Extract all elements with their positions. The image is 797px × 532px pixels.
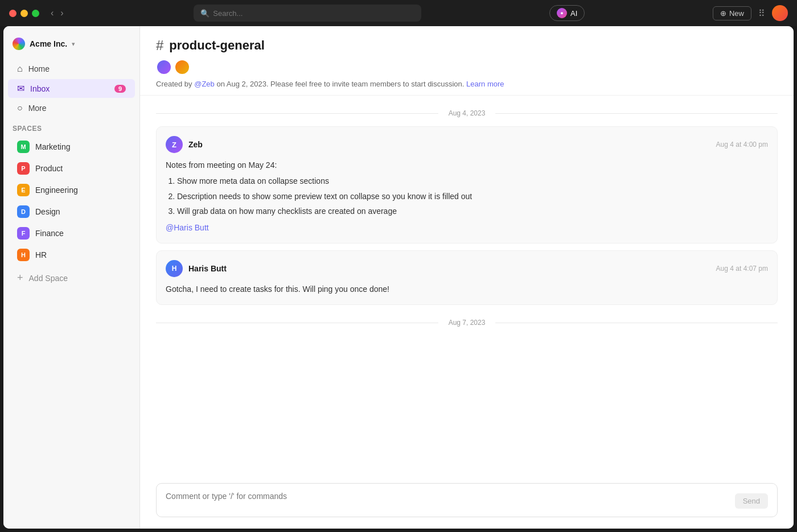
avatar-zeb: Z (166, 136, 183, 153)
sidebar-item-inbox[interactable]: ✉ Inbox 9 (8, 79, 135, 98)
author-name-haris: Haris Butt (188, 264, 227, 273)
list-item: Description needs to show some preview t… (177, 190, 768, 203)
hr-badge: H (17, 249, 30, 261)
finance-badge: F (17, 227, 30, 240)
topbar: ‹ › 🔍 ● AI ⊕ New ⠿ (0, 0, 797, 26)
sidebar-item-more[interactable]: ○ More (8, 99, 135, 117)
message-list: Show more meta data on collapse sections… (166, 175, 768, 217)
sidebar-item-finance[interactable]: F Finance (8, 223, 135, 244)
product-badge: P (17, 162, 30, 175)
sidebar-item-product[interactable]: P Product (8, 158, 135, 179)
hash-icon: # (156, 38, 163, 53)
channel-description: Created by @Zeb on Aug 2, 2023. Please f… (156, 80, 778, 88)
close-button[interactable] (9, 10, 17, 17)
workspace-header[interactable]: Acme Inc. ▾ (3, 35, 139, 59)
grid-icon[interactable]: ⠿ (758, 8, 765, 19)
message-author: H Haris Butt (166, 260, 227, 277)
new-button[interactable]: ⊕ New (713, 6, 751, 20)
description-prefix: Created by (156, 80, 194, 88)
date-divider-1: Aug 4, 2023 (156, 109, 778, 117)
add-space-icon: + (17, 272, 23, 284)
message-text: Gotcha, I need to create tasks for this.… (166, 284, 389, 294)
channel-title-row: # product-general (156, 38, 778, 53)
main-layout: Acme Inc. ▾ ⌂ Home ✉ Inbox 9 ○ More Spac… (3, 26, 794, 529)
member-avatar-2 (174, 59, 190, 75)
message-time-1: Aug 4 at 4:00 pm (716, 141, 768, 149)
nav-arrows: ‹ › (48, 7, 66, 19)
search-bar[interactable]: 🔍 (194, 5, 421, 22)
message-body-haris: Gotcha, I need to create tasks for this.… (166, 283, 768, 295)
minimize-button[interactable] (20, 10, 28, 17)
avatar-haris: H (166, 260, 183, 277)
content-area: # product-general Created by @Zeb on Aug… (140, 26, 794, 529)
comment-box: Send (156, 483, 778, 517)
space-label: Product (35, 164, 63, 173)
back-button[interactable]: ‹ (48, 7, 56, 19)
comment-input[interactable] (166, 492, 735, 501)
description-middle: on Aug 2, 2023. Please feel free to invi… (215, 80, 466, 88)
message-mention-haris[interactable]: @Haris Butt (166, 223, 209, 232)
sidebar-item-label: Home (28, 64, 50, 73)
learn-more-link[interactable]: Learn more (466, 80, 504, 88)
sidebar-item-marketing[interactable]: M Marketing (8, 137, 135, 157)
member-avatar-1 (156, 59, 172, 75)
message-time-2: Aug 4 at 4:07 pm (716, 265, 768, 273)
marketing-badge: M (17, 141, 30, 153)
space-label: Finance (35, 229, 64, 238)
creator-mention[interactable]: @Zeb (194, 80, 215, 88)
search-icon: 🔍 (200, 9, 209, 18)
home-icon: ⌂ (17, 64, 23, 74)
message-intro: Notes from meeting on May 24: (166, 159, 768, 171)
member-avatars (156, 59, 778, 75)
inbox-badge: 9 (114, 85, 126, 93)
engineering-badge: E (17, 184, 30, 196)
inbox-icon: ✉ (17, 83, 24, 94)
ai-button[interactable]: ● AI (549, 5, 585, 21)
space-label: Engineering (35, 185, 78, 195)
sidebar-item-label: More (28, 104, 47, 113)
channel-header: # product-general Created by @Zeb on Aug… (140, 26, 794, 96)
space-label: Design (35, 207, 60, 216)
topbar-right: ⊕ New ⠿ (713, 5, 788, 21)
workspace-name: Acme Inc. (30, 39, 67, 48)
sidebar: Acme Inc. ▾ ⌂ Home ✉ Inbox 9 ○ More Spac… (3, 26, 140, 529)
date-divider-2: Aug 7, 2023 (156, 319, 778, 327)
author-name-zeb: Zeb (188, 140, 203, 149)
ai-label: AI (570, 9, 577, 18)
new-label: New (729, 9, 744, 18)
list-item: Will grab data on how many checklists ar… (177, 205, 768, 217)
list-item: Show more meta data on collapse sections (177, 175, 768, 187)
message-body-zeb: Notes from meeting on May 24: Show more … (166, 159, 768, 234)
ai-dot-icon: ● (557, 8, 567, 18)
sidebar-item-label: Inbox (30, 84, 50, 93)
add-space-label: Add Space (29, 274, 68, 283)
sidebar-item-engineering[interactable]: E Engineering (8, 180, 135, 200)
channel-title: product-general (169, 38, 264, 53)
message-card-haris: H Haris Butt Aug 4 at 4:07 pm Gotcha, I … (156, 250, 778, 305)
window-controls (9, 10, 39, 17)
add-space-button[interactable]: + Add Space (8, 268, 135, 288)
workspace-logo (13, 38, 25, 50)
space-label: HR (35, 250, 47, 259)
messages-area: Aug 4, 2023 Z Zeb Aug 4 at 4:00 pm Notes… (140, 96, 794, 474)
spaces-header: Spaces (3, 118, 139, 136)
space-label: Marketing (35, 142, 70, 151)
send-button[interactable]: Send (735, 493, 768, 509)
new-plus-icon: ⊕ (720, 9, 726, 18)
message-author: Z Zeb (166, 136, 203, 153)
design-badge: D (17, 205, 30, 218)
more-icon: ○ (17, 103, 23, 113)
maximize-button[interactable] (32, 10, 39, 17)
message-header: H Haris Butt Aug 4 at 4:07 pm (166, 260, 768, 277)
sidebar-item-home[interactable]: ⌂ Home (8, 60, 135, 78)
search-input[interactable] (213, 9, 414, 18)
chevron-down-icon: ▾ (72, 40, 75, 48)
forward-button[interactable]: › (58, 7, 65, 19)
message-header: Z Zeb Aug 4 at 4:00 pm (166, 136, 768, 153)
comment-area: Send (140, 474, 794, 529)
message-card-zeb: Z Zeb Aug 4 at 4:00 pm Notes from meetin… (156, 126, 778, 244)
sidebar-item-design[interactable]: D Design (8, 201, 135, 222)
user-avatar[interactable] (772, 5, 788, 21)
sidebar-item-hr[interactable]: H HR (8, 245, 135, 265)
